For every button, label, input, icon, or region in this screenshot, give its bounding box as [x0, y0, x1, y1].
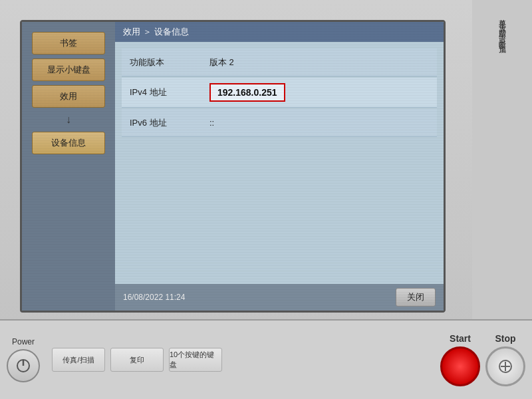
power-icon [15, 358, 31, 374]
close-button[interactable]: 关闭 [396, 288, 436, 307]
stop-button[interactable] [485, 346, 525, 386]
stop-label: Stop [495, 333, 515, 344]
breadcrumb-part1: 效用 [123, 26, 140, 38]
sidebar-btn-keypad[interactable]: 显示小键盘 [32, 59, 105, 81]
breadcrumb: 效用 ＞ 设备信息 [115, 22, 444, 42]
keypad-button[interactable]: 10个按键的键盘 [169, 348, 222, 372]
machine-body: 书签 显示小键盘 效用 ↓ 设备信息 效用 ＞ 设备信息 功能版本 版本 2 I [0, 0, 532, 399]
sidebar-btn-device-info[interactable]: 设备信息 [32, 132, 105, 154]
main-content: 效用 ＞ 设备信息 功能版本 版本 2 IPv4 地址 192.168.0.25… [115, 22, 444, 311]
table-row: 功能版本 版本 2 [122, 49, 437, 76]
table-row-ipv4: IPv4 地址 192.168.0.251 [122, 78, 437, 108]
table-label-ipv6: IPv6 地址 [122, 112, 201, 134]
power-section: Power [7, 337, 40, 382]
copy-button[interactable]: 复印 [110, 348, 164, 372]
sidebar-arrow: ↓ [32, 112, 105, 128]
table-row-ipv6: IPv6 地址 :: [122, 109, 437, 137]
start-label: Start [450, 333, 471, 344]
table-label-ipv4: IPv4 地址 [122, 81, 201, 104]
breadcrumb-part2: 设备信息 [154, 26, 189, 38]
table-value-ipv4: 192.168.0.251 [201, 78, 437, 107]
table-value-version: 版本 2 [201, 51, 437, 74]
timestamp: 16/08/2022 11:24 [123, 293, 185, 302]
start-button[interactable] [440, 346, 480, 386]
sidebar-btn-bookmark[interactable]: 书签 [32, 32, 105, 55]
bottom-panel: Power 传真/扫描 复印 10个按键的键盘 Start [0, 319, 532, 399]
table-area: 功能版本 版本 2 IPv4 地址 192.168.0.251 IPv6 地址 … [115, 42, 444, 284]
stop-icon [498, 359, 513, 374]
breadcrumb-separator: ＞ [143, 26, 152, 38]
screen: 书签 显示小键盘 效用 ↓ 设备信息 效用 ＞ 设备信息 功能版本 版本 2 I [20, 20, 446, 313]
power-button[interactable] [7, 349, 40, 382]
copy-group: 复印 [110, 348, 164, 372]
keypad-group: 10个按键的键盘 [169, 348, 222, 372]
footer-bar: 16/08/2022 11:24 关闭 [115, 284, 444, 311]
table-label-version: 功能版本 [122, 51, 201, 74]
start-section: Start [440, 333, 480, 386]
sidebar: 书签 显示小键盘 效用 ↓ 设备信息 [22, 22, 115, 311]
fax-scan-group: 传真/扫描 [52, 348, 105, 372]
ipv4-address-box: 192.168.0.251 [209, 83, 285, 102]
power-label: Power [12, 337, 35, 346]
sidebar-btn-utility[interactable]: 效用 [32, 85, 105, 108]
table-value-ipv6: :: [201, 112, 437, 133]
fax-scan-button[interactable]: 传真/扫描 [52, 348, 105, 372]
stop-section: Stop [485, 333, 525, 386]
